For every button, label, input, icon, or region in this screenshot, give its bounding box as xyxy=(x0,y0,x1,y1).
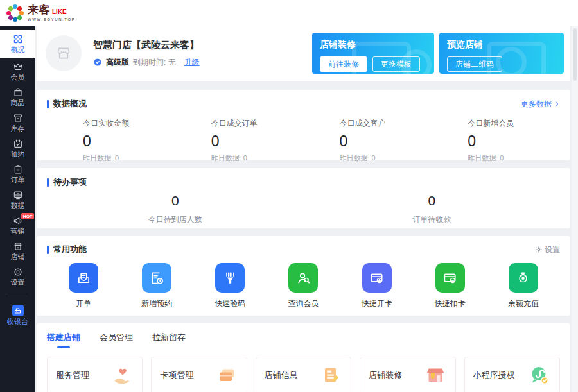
recharge-tile-button[interactable] xyxy=(509,263,538,293)
section-title: 常用功能 xyxy=(53,244,87,255)
barcode-scan-icon xyxy=(223,271,238,285)
deduct-card-tile-button[interactable] xyxy=(435,263,465,293)
member-search-icon xyxy=(296,271,311,285)
sidebar-item-label: 库存 xyxy=(11,124,25,132)
sidebar-item-booking[interactable]: 预约 xyxy=(0,136,35,161)
bag-icon xyxy=(13,87,23,98)
card-service-management[interactable]: 服务管理 xyxy=(47,357,143,392)
credit-cards-icon xyxy=(215,364,238,387)
card-card-management[interactable]: 卡项管理 xyxy=(151,357,247,392)
quick-action-new-booking: 新增预约 xyxy=(120,263,193,309)
quick-action-deduct-card: 快捷扣卡 xyxy=(414,263,487,309)
todo-card: 待办事项 0 今日待到店人数 0 订单待收款 xyxy=(37,168,570,228)
store-avatar xyxy=(46,35,82,71)
hot-badge: HOT xyxy=(21,213,34,219)
sidebar-item-label: 概况 xyxy=(11,46,25,53)
guide-section-card: 搭建店铺 会员管理 拉新留存 服务管理 卡项管理 店铺信息 店铺装修 小程序授 xyxy=(37,323,570,392)
quick-action-billing: 开单 xyxy=(47,263,120,309)
sidebar-item-label: 数据 xyxy=(11,201,25,209)
chart-monitor-icon xyxy=(13,190,23,200)
quick-action-member-search: 查询会员 xyxy=(267,263,340,309)
sidebar-item-inventory[interactable]: 库存 xyxy=(0,110,35,135)
logo-domain-text: WWW.EGYUN.TOP xyxy=(28,17,75,21)
billing-tile-button[interactable] xyxy=(69,263,98,293)
clipboard-icon xyxy=(13,164,23,175)
chevron-right-icon xyxy=(554,101,560,107)
section-marker xyxy=(47,178,49,187)
member-search-tile-button[interactable] xyxy=(288,263,318,293)
sidebar-item-members[interactable]: 会员 xyxy=(0,59,35,84)
card-shop-info[interactable]: 店铺信息 xyxy=(256,357,351,392)
logo-like-text: LIKE xyxy=(52,9,67,15)
sidebar-item-data[interactable]: 数据 xyxy=(0,187,35,212)
stat-today-revenue: 今日实收金额 0 昨日数据: 0 xyxy=(47,118,175,163)
section-marker xyxy=(47,246,49,254)
vertical-scrollbar xyxy=(572,26,578,392)
sidebar-item-overview[interactable]: 概况 xyxy=(0,30,35,58)
sidebar-nav: 概况 会员 商品 库存 预约 订单 数据 HOT 营销 店铺 设置 xyxy=(0,26,35,392)
quick-action-recharge: 余额充值 xyxy=(487,263,560,309)
storefront-avatar-icon xyxy=(53,42,74,64)
data-overview-card: 数据概况 更多数据 今日实收金额 0 昨日数据: 0 今日成交订单 0 昨日数据… xyxy=(37,90,570,160)
receipt-tray-icon xyxy=(76,271,91,285)
open-card-tile-button[interactable] xyxy=(362,263,392,293)
top-header: 来客 LIKE WWW.EGYUN.TOP xyxy=(0,0,578,26)
card-shop-decoration[interactable]: 店铺装修 xyxy=(360,357,455,392)
card-miniprogram-auth[interactable]: 小程序授权 xyxy=(464,357,560,392)
crown-icon xyxy=(13,62,23,72)
sidebar-item-goods[interactable]: 商品 xyxy=(0,85,35,110)
change-template-button[interactable]: 更换模板 xyxy=(372,56,420,72)
section-title: 数据概况 xyxy=(53,98,87,110)
calendar-check-icon xyxy=(13,139,23,149)
document-clock-icon xyxy=(150,271,164,285)
sidebar-item-marketing[interactable]: HOT 营销 xyxy=(0,213,35,238)
plan-expire: 到期时间: 无 xyxy=(133,57,176,68)
card-plus-icon xyxy=(369,271,384,285)
storefront-icon xyxy=(13,241,23,251)
sidebar-item-settings[interactable]: 设置 xyxy=(0,264,35,289)
archive-icon xyxy=(13,113,23,123)
todo-arrivals: 0 今日待到店人数 xyxy=(47,193,304,225)
tab-growth-retention[interactable]: 拉新留存 xyxy=(152,332,186,348)
logo-brand-text: 来客 xyxy=(28,4,51,15)
quick-action-verify-code: 快速验码 xyxy=(193,263,267,309)
plan-name: 高级版 xyxy=(106,57,129,68)
sidebar-item-label: 设置 xyxy=(11,278,25,286)
promo-card-title: 预览店铺 xyxy=(447,39,556,51)
upgrade-link[interactable]: 升级 xyxy=(184,57,200,68)
stat-today-customers: 今日成交客户 0 昨日数据: 0 xyxy=(304,118,432,163)
more-data-link[interactable]: 更多数据 xyxy=(521,99,560,110)
scrollbar-thumb[interactable] xyxy=(573,28,577,81)
shop-decoration-promo-card: 店铺装修 前往装修 更换模板 xyxy=(312,33,434,74)
sidebar-item-label: 营销 xyxy=(11,227,25,235)
quick-actions-settings-link[interactable]: 设置 xyxy=(535,244,560,255)
sidebar-item-label: 收银台 xyxy=(7,318,28,325)
promo-card-title: 店铺装修 xyxy=(320,39,426,51)
go-decorate-button[interactable]: 前往装修 xyxy=(320,56,367,72)
cash-register-icon xyxy=(12,305,24,316)
grid-icon xyxy=(13,34,23,44)
verify-code-tile-button[interactable] xyxy=(215,263,245,293)
tab-build-shop[interactable]: 搭建店铺 xyxy=(47,332,80,348)
sidebar-item-orders[interactable]: 订单 xyxy=(0,162,35,187)
sidebar-item-label: 预约 xyxy=(11,150,25,158)
quick-action-open-card: 快捷开卡 xyxy=(340,263,414,309)
todo-pending-payment: 0 订单待收款 xyxy=(304,193,561,225)
preview-shop-promo-card: 预览店铺 店铺二维码 xyxy=(439,33,564,74)
new-booking-tile-button[interactable] xyxy=(142,263,171,293)
sidebar-item-shop[interactable]: 店铺 xyxy=(0,239,35,264)
sidebar-item-label: 店铺 xyxy=(11,253,25,260)
sidebar-item-label: 会员 xyxy=(11,73,25,81)
tab-member-management[interactable]: 会员管理 xyxy=(100,332,133,348)
section-title: 待办事项 xyxy=(53,176,87,188)
plan-badge-icon xyxy=(93,58,102,67)
storefront-color-icon xyxy=(424,364,447,387)
document-pencil-icon xyxy=(319,364,342,387)
miniprogram-icon xyxy=(528,364,551,387)
card-minus-icon xyxy=(442,271,457,285)
sidebar-item-label: 商品 xyxy=(11,99,25,107)
shop-qrcode-button[interactable]: 店铺二维码 xyxy=(447,56,502,72)
stat-today-orders: 今日成交订单 0 昨日数据: 0 xyxy=(175,118,304,163)
sidebar-divider xyxy=(8,296,28,296)
sidebar-item-cashier[interactable]: 收银台 xyxy=(0,302,35,328)
